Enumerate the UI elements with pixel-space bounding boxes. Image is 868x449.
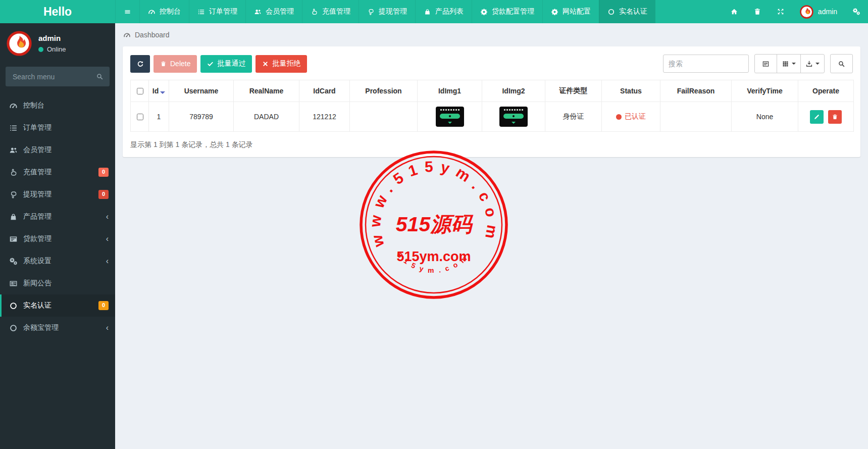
- header-operate[interactable]: Operate: [798, 80, 854, 102]
- export-icon: [805, 60, 813, 68]
- batch-reject-label: 批量拒绝: [272, 59, 300, 68]
- brand-logo[interactable]: Hello: [0, 0, 115, 23]
- circle-icon: [607, 8, 615, 16]
- expand-arrows-icon: [777, 8, 785, 16]
- gauge-icon: [123, 31, 131, 39]
- nav-item-label: 会员管理: [266, 7, 294, 16]
- sidebar-item-dashboard[interactable]: 控制台: [0, 94, 115, 117]
- nav-item-orders[interactable]: 订单管理: [189, 0, 245, 23]
- top-navbar: Hello 控制台 订单管理 会员管理 充值管理 提现管理 产品列表 贷款配置管…: [0, 0, 868, 23]
- nav-item-members[interactable]: 会员管理: [245, 0, 302, 23]
- nav-item-label: 充值管理: [322, 7, 350, 16]
- header-cert-type[interactable]: 证件类型: [545, 80, 602, 102]
- chevron-left-icon: ‹: [106, 257, 109, 265]
- select-all-checkbox[interactable]: [137, 88, 143, 94]
- header-realname[interactable]: RealName: [234, 80, 299, 102]
- sidebar-item-news[interactable]: 新闻公告: [0, 272, 115, 294]
- toolbar-left: Delete 批量通过 批量拒绝: [130, 55, 307, 73]
- thumb-text: [504, 109, 523, 111]
- sidebar-item-recharge[interactable]: 充值管理0: [0, 161, 115, 183]
- verification-table-card: Delete 批量通过 批量拒绝: [123, 46, 860, 157]
- caret-down-icon: [792, 63, 796, 65]
- circle-icon: [9, 302, 18, 310]
- view-options-group: [754, 54, 825, 73]
- sidebar-search: [6, 67, 110, 86]
- nav-item-withdraw[interactable]: 提现管理: [359, 0, 415, 23]
- nav-item-label: 网站配置: [563, 7, 591, 16]
- nav-item-loan-config[interactable]: 贷款配置管理: [472, 0, 542, 23]
- user-menu[interactable]: admin: [792, 0, 845, 23]
- search-button[interactable]: [830, 54, 853, 73]
- sort-caret-icon: [160, 91, 165, 94]
- header-idimg2[interactable]: IdImg2: [482, 80, 545, 102]
- avatar[interactable]: [7, 31, 32, 56]
- sidebar-user-panel: admin Online: [0, 23, 115, 63]
- nav-item-site-config[interactable]: 网站配置: [542, 0, 599, 23]
- header-idimg1[interactable]: IdImg1: [418, 80, 482, 102]
- nav-item-dashboard[interactable]: 控制台: [139, 0, 189, 23]
- cell-realname: DADAD: [234, 102, 299, 132]
- header-verifytime[interactable]: VerifyTime: [732, 80, 798, 102]
- header-id[interactable]: Id: [149, 80, 169, 102]
- pencil-icon: [813, 114, 820, 120]
- header-profession[interactable]: Profession: [350, 80, 418, 102]
- thumb-arrow: [448, 122, 452, 124]
- batch-approve-button[interactable]: 批量通过: [200, 55, 252, 73]
- navbar-menu: 控制台 订单管理 会员管理 充值管理 提现管理 产品列表 贷款配置管理 网站配置…: [115, 0, 655, 23]
- sidebar-item-system-settings[interactable]: 系统设置‹: [0, 250, 115, 272]
- thumb-text: [440, 109, 459, 111]
- batch-reject-button[interactable]: 批量拒绝: [256, 55, 307, 73]
- sidebar-item-label: 新闻公告: [23, 279, 109, 288]
- columns-dropdown-button[interactable]: [777, 54, 801, 73]
- sidebar-item-product-mgmt[interactable]: 产品管理‹: [0, 206, 115, 228]
- nav-item-products[interactable]: 产品列表: [415, 0, 472, 23]
- count-badge: 0: [98, 168, 109, 176]
- detail-view-toggle-button[interactable]: [754, 54, 777, 73]
- nav-item-recharge[interactable]: 充值管理: [302, 0, 359, 23]
- fullscreen-button[interactable]: [769, 0, 792, 23]
- id-image-thumbnail-1[interactable]: [436, 107, 464, 127]
- cell-idcard: 121212: [299, 102, 350, 132]
- home-icon: [730, 8, 738, 16]
- header-idcard[interactable]: IdCard: [299, 80, 350, 102]
- sidebar-item-members[interactable]: 会员管理: [0, 139, 115, 161]
- settings-button[interactable]: [845, 0, 868, 23]
- sidebar-item-loan-mgmt[interactable]: 贷款管理‹: [0, 228, 115, 250]
- search-icon[interactable]: [96, 73, 104, 80]
- cell-operate: [798, 102, 854, 132]
- sidebar-search-input[interactable]: [12, 72, 96, 81]
- verification-table: Id Username RealName IdCard Profession I…: [130, 80, 854, 132]
- online-status-dot: [38, 47, 43, 52]
- edit-row-button[interactable]: [810, 110, 824, 124]
- row-checkbox[interactable]: [137, 114, 143, 120]
- bag-icon: [424, 8, 431, 16]
- id-image-thumbnail-2[interactable]: [499, 107, 528, 127]
- home-button[interactable]: [723, 0, 746, 23]
- sidebar-item-label: 提现管理: [23, 190, 93, 199]
- breadcrumb-label[interactable]: Dashboard: [135, 31, 170, 39]
- chevron-left-icon: ‹: [106, 324, 109, 332]
- sidebar-toggle-button[interactable]: [115, 0, 139, 23]
- header-status[interactable]: Status: [602, 80, 660, 102]
- refresh-button[interactable]: [130, 55, 150, 73]
- export-dropdown-button[interactable]: [800, 54, 825, 73]
- sidebar-user-status: Online: [38, 45, 66, 53]
- sidebar-item-yuebao[interactable]: 余额宝管理‹: [0, 317, 115, 339]
- navbar-right: admin: [723, 0, 868, 23]
- stamp-arc-bottom-text: 515ym.com: [396, 251, 472, 274]
- sidebar-item-real-name-verify[interactable]: 实名认证0: [0, 294, 115, 317]
- chevron-left-icon: ‹: [106, 235, 109, 243]
- nav-item-real-name-verify[interactable]: 实名认证: [599, 0, 655, 23]
- delete-row-button[interactable]: [828, 110, 842, 124]
- nav-item-label: 产品列表: [435, 7, 464, 16]
- clear-cache-button[interactable]: [746, 0, 769, 23]
- header-username[interactable]: Username: [169, 80, 234, 102]
- delete-button[interactable]: Delete: [154, 55, 197, 73]
- sidebar-item-withdraw[interactable]: 提现管理0: [0, 183, 115, 206]
- sidebar-item-orders[interactable]: 订单管理: [0, 117, 115, 139]
- toolbar-right: [663, 54, 853, 73]
- header-failreason[interactable]: FailReason: [660, 80, 732, 102]
- sidebar-item-label: 会员管理: [23, 145, 109, 155]
- table-search-input[interactable]: [663, 55, 749, 73]
- nav-item-label: 提现管理: [379, 7, 407, 16]
